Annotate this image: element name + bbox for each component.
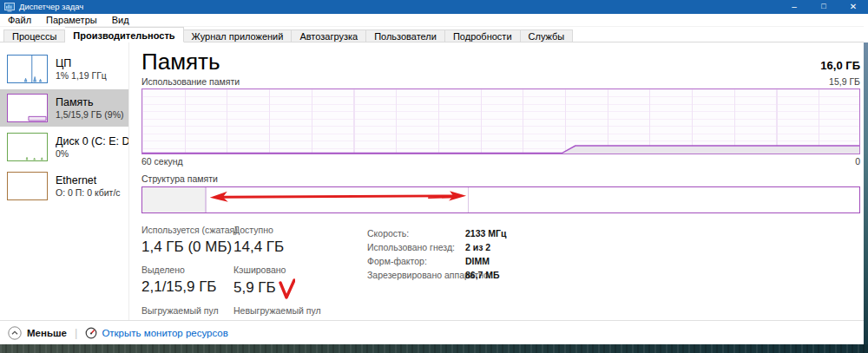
menu-file[interactable]: Файл <box>8 15 31 25</box>
page-title: Память <box>141 49 220 74</box>
detail-form-factor-value: DIMM <box>465 254 490 268</box>
tab-bar: Процессы Производительность Журнал прило… <box>0 28 573 42</box>
detail-form-factor-label: Форм-фактор: <box>367 254 465 268</box>
sidebar-memory-value: 1,5/15,9 ГБ (9%) <box>56 109 124 120</box>
separator: | <box>75 326 77 339</box>
stat-available-label: Доступно <box>233 225 321 235</box>
detail-hw-reserved-value: 86,7 МБ <box>465 268 500 282</box>
usage-area-series <box>142 89 859 154</box>
tab-app-history[interactable]: Журнал приложений <box>184 29 293 42</box>
ethernet-mini-graph-icon <box>7 172 48 200</box>
stat-paged-pool-label: Выгружаемый пул <box>141 305 233 316</box>
close-button[interactable]: ✕ <box>838 0 868 14</box>
segment-in-use[interactable] <box>142 187 207 212</box>
menu-options[interactable]: Параметры <box>46 15 97 25</box>
sidebar-item-memory[interactable]: Память 1,5/15,9 ГБ (9%) <box>0 89 128 127</box>
detail-slots-value: 2 из 2 <box>465 240 490 254</box>
desktop-wallpaper-edge <box>864 42 868 344</box>
status-bar: Меньше | Открыть монитор ресурсов <box>0 320 864 344</box>
disk-mini-graph-icon <box>7 133 48 161</box>
sidebar-disk-value: 0% <box>56 148 128 159</box>
chevron-up-circle-icon <box>8 326 22 340</box>
fewer-details-button[interactable]: Меньше <box>8 326 67 340</box>
stat-nonpaged-pool-label: Невыгружаемый пул <box>233 305 321 316</box>
stat-committed-value: 2,1/15,9 ГБ <box>141 278 233 296</box>
tab-processes[interactable]: Процессы <box>3 29 65 42</box>
sidebar-item-disk[interactable]: Диск 0 (C: E: D:) 0% <box>0 128 128 166</box>
window-title: Диспетчер задач <box>19 0 83 14</box>
sidebar-disk-label: Диск 0 (C: E: D:) <box>56 135 128 147</box>
sidebar-cpu-label: ЦП <box>56 57 107 69</box>
sidebar-item-cpu[interactable]: ЦП 1% 1,19 ГГц <box>0 50 128 88</box>
stat-committed-label: Выделено <box>141 265 233 275</box>
memory-panel: Память 16,0 ГБ Использование памяти 15,9… <box>141 42 860 337</box>
tab-performance[interactable]: Производительность <box>65 27 183 42</box>
sidebar-cpu-value: 1% 1,19 ГГц <box>56 70 107 81</box>
task-manager-app-icon <box>4 3 15 12</box>
memory-mini-graph-icon <box>7 94 48 122</box>
detail-slots-label: Использовано гнезд: <box>367 240 465 254</box>
tab-startup[interactable]: Автозагрузка <box>292 29 366 42</box>
stat-available-value: 14,4 ГБ <box>233 239 321 256</box>
sidebar-ethernet-label: Ethernet <box>56 174 121 186</box>
sidebar-item-ethernet[interactable]: Ethernet О: 0 П: 0 кбит/с <box>0 167 128 205</box>
desktop-wallpaper-strip <box>0 344 868 353</box>
composition-label: Структура памяти <box>141 173 860 184</box>
fewer-details-label: Меньше <box>27 328 67 338</box>
minimize-button[interactable]: – <box>779 0 809 14</box>
x-axis-left-label: 60 секунд <box>141 156 183 167</box>
memory-total: 16,0 ГБ <box>820 59 860 74</box>
window-controls: – □ ✕ <box>779 0 868 14</box>
tab-services[interactable]: Службы <box>521 29 574 42</box>
detail-speed-label: Скорость: <box>367 226 465 240</box>
usage-graph-max: 15,9 ГБ <box>829 76 860 87</box>
usage-graph-label: Использование памяти <box>141 76 240 87</box>
stat-in-use-label: Используется (сжатая) <box>141 225 233 235</box>
stat-cached-label: Кэшировано <box>233 265 321 275</box>
segment-modified-standby[interactable] <box>207 187 469 212</box>
cpu-mini-graph-icon <box>7 55 48 83</box>
sidebar-memory-label: Память <box>56 96 124 108</box>
detail-hw-reserved-label: Зарезервировано аппаратно: <box>367 268 465 282</box>
detail-speed-value: 2133 МГц <box>465 226 506 240</box>
segment-free[interactable] <box>469 187 859 212</box>
tab-users[interactable]: Пользователи <box>366 29 445 42</box>
x-axis-right-label: 0 <box>855 156 860 167</box>
stat-in-use-value: 1,4 ГБ (0 МБ) <box>141 239 233 256</box>
maximize-button[interactable]: □ <box>809 0 838 14</box>
performance-sidebar: ЦП 1% 1,19 ГГц Память 1,5/15,9 ГБ (9%) Д… <box>0 42 129 320</box>
open-resource-monitor-link[interactable]: Открыть монитор ресурсов <box>85 327 228 339</box>
stat-cached-value: 5,9 ГБ <box>233 278 321 297</box>
title-bar[interactable]: Диспетчер задач – □ ✕ <box>0 0 868 14</box>
resource-monitor-icon <box>85 327 97 339</box>
memory-composition-bar[interactable] <box>141 186 860 213</box>
menu-view[interactable]: Вид <box>112 15 129 25</box>
menu-bar: Файл Параметры Вид <box>0 14 864 27</box>
sidebar-ethernet-value: О: 0 П: 0 кбит/с <box>56 187 121 198</box>
resource-monitor-label: Открыть монитор ресурсов <box>102 328 228 338</box>
annotation-checkmark <box>279 278 295 300</box>
tab-details[interactable]: Подробности <box>445 29 521 42</box>
memory-usage-graph[interactable] <box>141 88 860 154</box>
